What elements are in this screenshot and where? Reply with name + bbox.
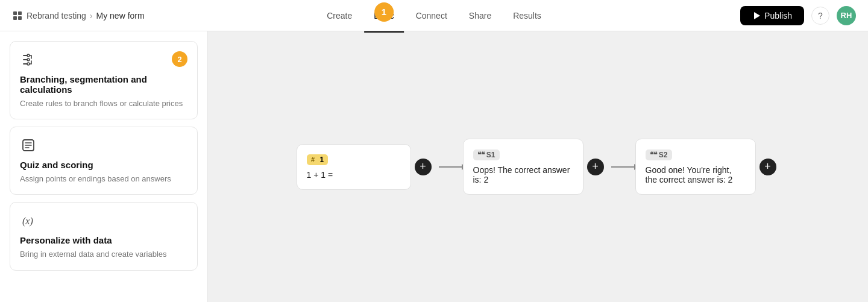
- personalize-card-desc: Bring in external data and create variab…: [20, 249, 187, 260]
- main-nav: CreateLogic1ConnectShareResults: [317, 7, 551, 24]
- help-label: ?: [818, 11, 823, 20]
- flow-diagram: # 1 1 + 1 = + ❝❝ S1 Oops! The correct an…: [297, 139, 780, 195]
- node-1-text: 1 + 1 =: [307, 170, 401, 180]
- svg-rect-2: [13, 16, 17, 20]
- play-icon: [752, 11, 761, 20]
- arrow-1: [439, 166, 463, 168]
- svg-text:(x): (x): [22, 216, 33, 227]
- svg-rect-3: [18, 16, 22, 20]
- quiz-icon: [20, 137, 37, 154]
- sidebar-card-personalize[interactable]: (x) Personalize with data Bring in exter…: [10, 202, 198, 270]
- arrow-2: [611, 166, 635, 168]
- variable-icon: (x): [20, 212, 37, 229]
- connector-1: +: [411, 159, 463, 175]
- breadcrumb-current: My new form: [96, 11, 145, 20]
- flow-node-3[interactable]: ❝❝ S2 Good one! You're right, the correc…: [635, 139, 756, 195]
- main-content: 2 Branching, segmentation and calculatio…: [0, 31, 868, 302]
- connector-2: +: [583, 159, 635, 175]
- plus-button-2[interactable]: +: [587, 159, 604, 175]
- publish-button[interactable]: Publish: [740, 6, 804, 25]
- header: Rebrand testing › My new form CreateLogi…: [0, 0, 868, 31]
- branching-card-title: Branching, segmentation and calculations: [20, 74, 187, 95]
- sidebar-card-branching[interactable]: 2 Branching, segmentation and calculatio…: [10, 41, 198, 119]
- personalize-card-title: Personalize with data: [20, 235, 187, 245]
- plus-button-1[interactable]: +: [415, 159, 432, 175]
- canvas: # 1 1 + 1 = + ❝❝ S1 Oops! The correct an…: [208, 31, 868, 302]
- quiz-card-title: Quiz and scoring: [20, 160, 187, 170]
- branching-badge: 2: [172, 51, 187, 67]
- node-2-text: Oops! The correct answer is: 2: [473, 165, 573, 184]
- card-header-branching: 2: [20, 51, 187, 74]
- node-3-tag: ❝❝ S2: [646, 149, 672, 160]
- breadcrumb: Rebrand testing › My new form: [12, 10, 145, 21]
- node-1-tag: # 1: [307, 154, 329, 165]
- branching-card-desc: Create rules to branch flows or calculat…: [20, 98, 187, 109]
- branching-icon: [20, 51, 37, 68]
- svg-text:#: #: [311, 156, 315, 163]
- header-right: Publish ? RH: [740, 6, 856, 25]
- breadcrumb-separator: ›: [90, 11, 93, 20]
- plus-button-3[interactable]: +: [760, 159, 776, 175]
- nav-item-connect[interactable]: Connect: [406, 7, 457, 24]
- nav-item-create[interactable]: Create: [317, 7, 362, 24]
- node-2-tag: ❝❝ S1: [473, 149, 500, 160]
- svg-rect-1: [18, 11, 22, 15]
- nav-item-results[interactable]: Results: [503, 7, 551, 24]
- connector-3: +: [756, 159, 780, 175]
- nav-item-share[interactable]: Share: [459, 7, 501, 24]
- svg-point-6: [27, 58, 30, 61]
- flow-node-2[interactable]: ❝❝ S1 Oops! The correct answer is: 2: [463, 139, 583, 195]
- sidebar: 2 Branching, segmentation and calculatio…: [0, 31, 208, 302]
- grid-icon: [12, 10, 23, 21]
- sidebar-card-quiz[interactable]: Quiz and scoring Assign points or ending…: [10, 127, 198, 195]
- node-3-text: Good one! You're right, the correct answ…: [646, 165, 746, 184]
- quiz-card-desc: Assign points or endings based on answer…: [20, 174, 187, 184]
- flow-node-1[interactable]: # 1 1 + 1 =: [297, 144, 411, 190]
- breadcrumb-parent[interactable]: Rebrand testing: [27, 11, 86, 20]
- avatar-initials: RH: [841, 11, 852, 20]
- avatar[interactable]: RH: [837, 6, 856, 25]
- publish-label: Publish: [764, 11, 792, 20]
- help-button[interactable]: ?: [811, 7, 829, 25]
- svg-rect-0: [13, 11, 17, 15]
- logic-badge: 1: [374, 2, 394, 22]
- svg-marker-4: [754, 12, 760, 19]
